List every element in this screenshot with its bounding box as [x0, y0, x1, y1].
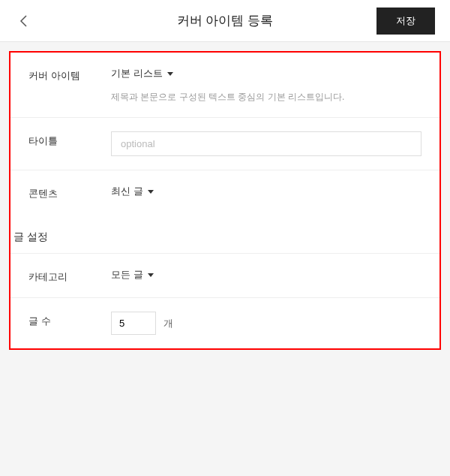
- cover-item-control: 기본 리스트 제목과 본문으로 구성된 텍스트 중심의 기본 리스트입니다.: [111, 66, 422, 104]
- category-control: 모든 글: [111, 267, 422, 282]
- arrow-left-icon: [17, 14, 31, 28]
- cover-item-section: 커버 아이템 기본 리스트 제목과 본문으로 구성된 텍스트 중심의 기본 리스…: [10, 53, 440, 214]
- save-button[interactable]: 저장: [376, 8, 435, 35]
- post-settings-title: 글 설정: [10, 214, 440, 253]
- content-dropdown[interactable]: 최신 글: [111, 185, 154, 198]
- title-label: 타이틀: [28, 131, 111, 148]
- category-label: 카테고리: [28, 267, 111, 284]
- content-value: 최신 글: [111, 185, 143, 198]
- chevron-down-icon: [148, 190, 154, 194]
- cover-item-value: 기본 리스트: [111, 67, 163, 80]
- title-input[interactable]: [111, 131, 422, 156]
- content-control: 최신 글: [111, 184, 422, 198]
- category-dropdown[interactable]: 모든 글: [111, 268, 154, 282]
- cover-item-label: 커버 아이템: [28, 66, 111, 83]
- count-input[interactable]: [111, 312, 156, 335]
- title-row: 타이틀: [10, 118, 440, 170]
- title-control: [111, 131, 422, 156]
- count-unit: 개: [164, 317, 173, 330]
- count-label: 글 수: [28, 312, 111, 328]
- category-value: 모든 글: [111, 268, 143, 282]
- category-row: 카테고리 모든 글: [10, 254, 440, 298]
- main-panel: 커버 아이템 기본 리스트 제목과 본문으로 구성된 텍스트 중심의 기본 리스…: [9, 51, 441, 350]
- page-title: 커버 아이템 등록: [177, 12, 273, 29]
- chevron-down-icon: [148, 273, 154, 277]
- cover-item-description: 제목과 본문으로 구성된 텍스트 중심의 기본 리스트입니다.: [111, 91, 422, 104]
- content-row: 콘텐츠 최신 글: [10, 170, 440, 214]
- count-control: 개: [111, 312, 422, 335]
- post-settings-section: 카테고리 모든 글 글 수 개: [10, 253, 440, 348]
- count-row: 글 수 개: [10, 298, 440, 348]
- content-wrapper: 커버 아이템 기본 리스트 제목과 본문으로 구성된 텍스트 중심의 기본 리스…: [0, 42, 450, 359]
- cover-item-row: 커버 아이템 기본 리스트 제목과 본문으로 구성된 텍스트 중심의 기본 리스…: [10, 53, 440, 118]
- chevron-down-icon: [167, 72, 173, 76]
- back-button[interactable]: [15, 12, 33, 30]
- cover-item-dropdown[interactable]: 기본 리스트: [111, 67, 173, 80]
- content-label: 콘텐츠: [28, 184, 111, 200]
- header: 커버 아이템 등록 저장: [0, 0, 450, 42]
